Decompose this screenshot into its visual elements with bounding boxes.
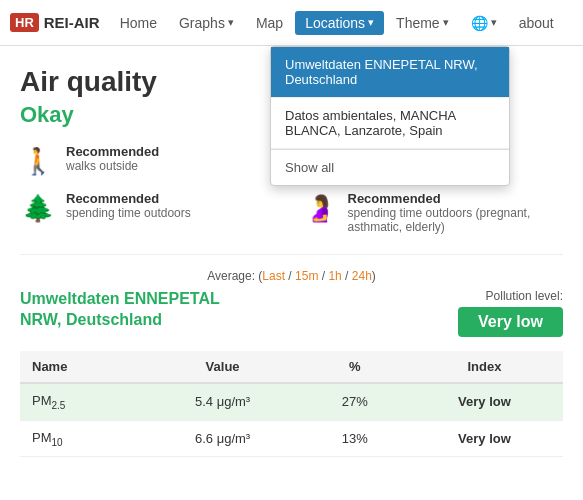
dropdown-show-all[interactable]: Show all	[271, 150, 509, 185]
col-name: Name	[20, 351, 142, 383]
nav-about[interactable]: about	[509, 11, 564, 35]
logo[interactable]: HR REI-AIR	[10, 13, 100, 32]
navbar: HR REI-AIR Home Graphs Map Locations The…	[0, 0, 583, 46]
logo-icon: HR	[10, 13, 39, 32]
nav-theme[interactable]: Theme	[386, 11, 459, 35]
nav-links: Home Graphs Map Locations Theme 🌐 about	[110, 11, 564, 35]
rec-item-0: 🚶 Recommended walks outside	[20, 144, 282, 177]
pollution-block: Pollution level: Very low	[458, 289, 563, 337]
pollution-label: Pollution level:	[486, 289, 563, 303]
cell-name-0: PM2.5	[20, 383, 142, 420]
station-row: Umweltdaten ENNEPETAL NRW, Deutschland P…	[20, 289, 563, 337]
rec-title-2: Recommended	[66, 191, 191, 206]
dropdown-item-1[interactable]: Umweltdaten ENNEPETAL NRW, Deutschland	[271, 47, 509, 98]
locations-dropdown: Umweltdaten ENNEPETAL NRW, Deutschland D…	[270, 46, 510, 186]
cell-index-1: Very low	[406, 420, 563, 457]
table-row: PM10 6.6 μg/m³ 13% Very low	[20, 420, 563, 457]
avg-15m-link[interactable]: 15m	[295, 269, 318, 283]
nav-graphs[interactable]: Graphs	[169, 11, 244, 35]
cell-value-0: 5.4 μg/m³	[142, 383, 304, 420]
tree-icon: 🌲	[20, 193, 56, 224]
cell-name-1: PM10	[20, 420, 142, 457]
station-avg: Average: (Last / 15m / 1h / 24h)	[20, 269, 563, 283]
cell-percent-0: 27%	[304, 383, 406, 420]
col-value: Value	[142, 351, 304, 383]
dropdown-item-2[interactable]: Datos ambientales, MANCHA BLANCA, Lanzar…	[271, 98, 509, 149]
table-header-row: Name Value % Index	[20, 351, 563, 383]
avg-last-link[interactable]: Last	[262, 269, 285, 283]
avg-1h-link[interactable]: 1h	[328, 269, 341, 283]
nav-locations[interactable]: Locations	[295, 11, 384, 35]
rec-desc-3: spending time outdoors (pregnant, asthma…	[348, 206, 564, 234]
rec-desc-2: spending time outdoors	[66, 206, 191, 220]
table-row: PM2.5 5.4 μg/m³ 27% Very low	[20, 383, 563, 420]
rec-desc-0: walks outside	[66, 159, 159, 173]
nav-home[interactable]: Home	[110, 11, 167, 35]
col-percent: %	[304, 351, 406, 383]
station-section: Average: (Last / 15m / 1h / 24h) Umweltd…	[20, 254, 563, 337]
data-table: Name Value % Index PM2.5 5.4 μg/m³ 27% V…	[20, 351, 563, 457]
cell-percent-1: 13%	[304, 420, 406, 457]
col-index: Index	[406, 351, 563, 383]
nav-globe[interactable]: 🌐	[461, 11, 507, 35]
station-name: Umweltdaten ENNEPETAL NRW, Deutschland	[20, 289, 240, 331]
pollution-badge: Very low	[458, 307, 563, 337]
logo-text: REI-AIR	[44, 14, 100, 31]
pregnant-icon: 🤰	[302, 193, 338, 224]
walk-icon: 🚶	[20, 146, 56, 177]
avg-24h-link[interactable]: 24h	[352, 269, 372, 283]
rec-item-3: 🤰 Recommended spending time outdoors (pr…	[302, 191, 564, 234]
nav-map[interactable]: Map	[246, 11, 293, 35]
rec-item-2: 🌲 Recommended spending time outdoors	[20, 191, 282, 234]
cell-value-1: 6.6 μg/m³	[142, 420, 304, 457]
rec-title-3: Recommended	[348, 191, 564, 206]
cell-index-0: Very low	[406, 383, 563, 420]
rec-title-0: Recommended	[66, 144, 159, 159]
